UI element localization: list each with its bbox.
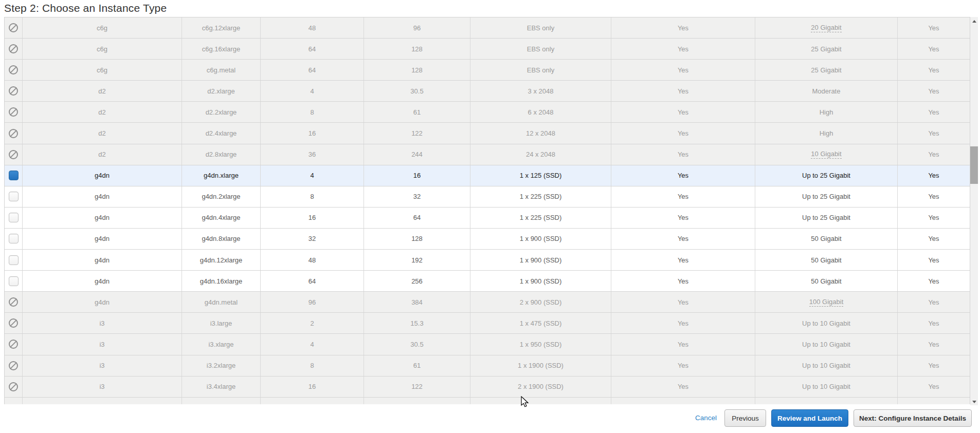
cell-ebs_optimized: Yes <box>611 144 755 165</box>
scroll-up-button[interactable] <box>970 17 978 25</box>
cell-ebs_optimized: Yes <box>611 271 755 291</box>
row-checkbox[interactable] <box>9 234 19 243</box>
not-available-icon <box>9 340 18 349</box>
cell-network: 20 Gigabit <box>755 17 898 38</box>
cell-network: Up to 25 Gigabit <box>755 186 898 207</box>
selection-cell <box>5 60 23 80</box>
selection-cell <box>5 102 23 122</box>
cell-storage: 1 x 225 (SSD) <box>470 208 611 228</box>
table-row[interactable]: c6gc6g.12xlarge4896EBS onlyYes20 Gigabit… <box>5 17 970 39</box>
table-row[interactable]: g4dng4dn.16xlarge642561 x 900 (SSD)Yes50… <box>5 271 970 292</box>
cell-family: g4dn <box>23 208 182 228</box>
cell-network: 50 Gigabit <box>755 229 898 249</box>
cell-ebs_optimized: Yes <box>611 292 755 312</box>
instance-type-table: c6gc6g.12xlarge4896EBS onlyYes20 Gigabit… <box>4 17 970 404</box>
row-checkbox[interactable] <box>9 192 19 201</box>
cell-ipv6: Yes <box>898 81 970 101</box>
table-row[interactable]: d2d2.4xlarge1612212 x 2048YesHighYes <box>5 123 970 144</box>
cell-memory: 256 <box>364 271 470 291</box>
cell-type: g4dn.8xlarge <box>182 229 261 249</box>
cancel-link[interactable]: Cancel <box>692 409 720 427</box>
cell-memory: 96 <box>364 17 470 38</box>
cell-family: c6g <box>23 17 182 38</box>
not-available-icon <box>9 361 18 370</box>
not-available-icon <box>9 297 18 307</box>
cell-ipv6: Yes <box>898 250 970 270</box>
vertical-scrollbar[interactable] <box>970 17 978 406</box>
table-row[interactable]: d2d2.xlarge430.53 x 2048YesModerateYes <box>5 81 970 102</box>
cell-memory: 122 <box>364 376 470 397</box>
table-row[interactable]: g4dng4dn.4xlarge16641 x 225 (SSD)YesUp t… <box>5 208 970 229</box>
cell-ipv6: Yes <box>898 17 970 38</box>
table-row[interactable]: g4dng4dn.xlarge4161 x 125 (SSD)YesUp to … <box>5 165 970 186</box>
table-row[interactable]: d2d2.2xlarge8616 x 2048YesHighYes <box>5 102 970 123</box>
table-row[interactable]: i3i3.4xlarge161222 x 1900 (SSD)YesUp to … <box>5 376 970 398</box>
cell-ipv6: Yes <box>898 186 970 207</box>
cell-type: d2.2xlarge <box>182 102 261 122</box>
table-row[interactable]: g4dng4dn.12xlarge481921 x 900 (SSD)Yes50… <box>5 250 970 271</box>
cell-ipv6: Yes <box>898 313 970 333</box>
network-performance-tooltip-text[interactable]: 20 Gigabit <box>811 24 841 32</box>
cell-storage <box>470 398 611 404</box>
table-row[interactable]: g4dng4dn.2xlarge8321 x 225 (SSD)YesUp to… <box>5 186 970 208</box>
cell-storage: EBS only <box>470 60 611 80</box>
cell-vcpus: 48 <box>261 250 364 270</box>
cell-network <box>755 398 898 404</box>
cell-family: g4dn <box>23 250 182 270</box>
cell-ipv6: Yes <box>898 102 970 122</box>
cell-family: d2 <box>23 144 182 165</box>
cell-vcpus: 16 <box>261 376 364 397</box>
cell-storage: 1 x 950 (SSD) <box>470 334 611 354</box>
cell-storage: EBS only <box>470 39 611 59</box>
review-and-launch-button[interactable]: Review and Launch <box>771 409 848 427</box>
network-performance-tooltip-text[interactable]: 100 Gigabit <box>809 298 844 307</box>
cell-memory: 128 <box>364 229 470 249</box>
table-row[interactable]: i3i3.large215.31 x 475 (SSD)YesUp to 10 … <box>5 313 970 334</box>
cell-network: 25 Gigabit <box>755 39 898 59</box>
scroll-down-button[interactable] <box>970 398 978 406</box>
row-checkbox-checked[interactable] <box>9 171 19 180</box>
cell-type <box>182 398 261 404</box>
table-row[interactable]: c6gc6g.metal64128EBS onlyYes25 GigabitYe… <box>5 60 970 81</box>
cell-storage: 6 x 2048 <box>470 102 611 122</box>
row-checkbox[interactable] <box>9 213 19 222</box>
cell-ebs_optimized: Yes <box>611 355 755 376</box>
cell-storage: 3 x 2048 <box>470 81 611 101</box>
cell-memory: 61 <box>364 102 470 122</box>
table-row-partial <box>5 398 970 404</box>
scrollbar-thumb[interactable] <box>970 146 978 184</box>
cell-type: c6g.12xlarge <box>182 17 261 38</box>
cell-ipv6 <box>898 398 970 404</box>
row-checkbox[interactable] <box>9 255 19 265</box>
wizard-footer: Cancel Previous Review and Launch Next: … <box>0 405 980 433</box>
cell-vcpus: 4 <box>261 81 364 101</box>
cell-memory: 192 <box>364 250 470 270</box>
next-configure-instance-details-button[interactable]: Next: Configure Instance Details <box>854 409 972 427</box>
cell-type: d2.8xlarge <box>182 144 261 165</box>
cell-memory: 244 <box>364 144 470 165</box>
cell-family <box>23 398 182 404</box>
cell-ebs_optimized: Yes <box>611 39 755 59</box>
cell-family: c6g <box>23 60 182 80</box>
not-available-icon <box>9 23 18 32</box>
cell-vcpus: 32 <box>261 229 364 249</box>
table-row[interactable]: i3i3.2xlarge8611 x 1900 (SSD)YesUp to 10… <box>5 355 970 376</box>
previous-button[interactable]: Previous <box>724 409 766 427</box>
not-available-icon <box>9 382 18 391</box>
table-row[interactable]: d2d2.8xlarge3624424 x 2048Yes10 GigabitY… <box>5 144 970 165</box>
table-row[interactable]: g4dng4dn.metal963842 x 900 (SSD)Yes100 G… <box>5 292 970 313</box>
selection-cell <box>5 81 23 101</box>
not-available-icon <box>9 65 18 74</box>
table-row[interactable]: g4dng4dn.8xlarge321281 x 900 (SSD)Yes50 … <box>5 229 970 250</box>
cell-vcpus: 2 <box>261 313 364 333</box>
cell-type: g4dn.12xlarge <box>182 250 261 270</box>
cell-vcpus: 4 <box>261 334 364 354</box>
table-row[interactable]: i3i3.xlarge430.51 x 950 (SSD)YesUp to 10… <box>5 334 970 355</box>
selection-cell <box>5 398 23 404</box>
network-performance-tooltip-text[interactable]: 10 Gigabit <box>811 150 841 159</box>
row-checkbox[interactable] <box>9 276 19 286</box>
cell-vcpus: 36 <box>261 144 364 165</box>
table-row[interactable]: c6gc6g.16xlarge64128EBS onlyYes25 Gigabi… <box>5 39 970 60</box>
cell-type: i3.2xlarge <box>182 355 261 376</box>
cell-memory: 384 <box>364 292 470 312</box>
